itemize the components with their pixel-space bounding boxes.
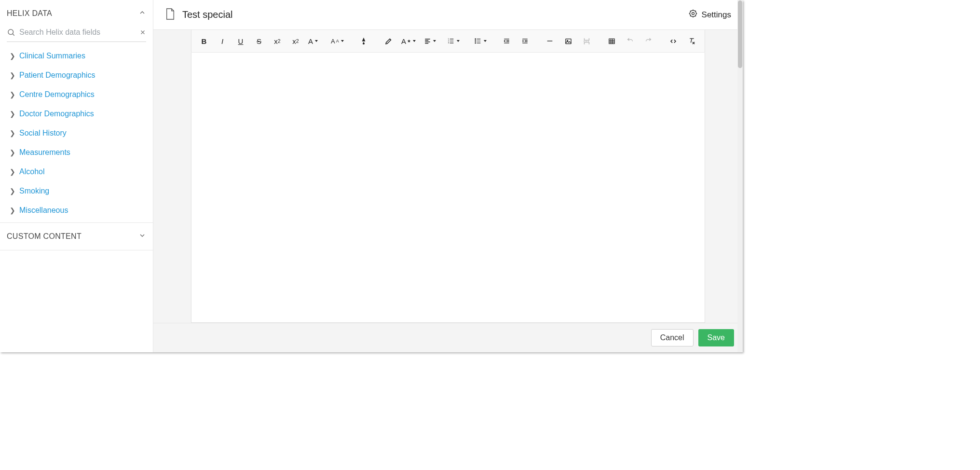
sidebar-item-miscellaneous[interactable]: ❯ Miscellaneous <box>10 206 149 215</box>
chevron-down-icon <box>138 232 146 241</box>
subscript-button[interactable]: x2 <box>269 33 286 49</box>
chevron-right-icon: ❯ <box>10 207 14 214</box>
cancel-button[interactable]: Cancel <box>651 329 694 346</box>
svg-point-0 <box>8 29 14 35</box>
sidebar-item-label: Smoking <box>19 187 49 195</box>
redo-button <box>640 33 657 49</box>
sidebar-item-label: Measurements <box>19 148 70 157</box>
sidebar-item-smoking[interactable]: ❯ Smoking <box>10 187 149 195</box>
chevron-right-icon: ❯ <box>10 168 14 176</box>
styles-button[interactable]: A★ <box>398 33 420 49</box>
bold-button[interactable]: B <box>195 33 213 49</box>
image-button[interactable] <box>559 33 577 49</box>
sidebar-item-measurements[interactable]: ❯ Measurements <box>10 148 149 157</box>
sidebar-item-alcohol[interactable]: ❯ Alcohol <box>10 167 149 176</box>
font-size-button[interactable]: AA <box>328 33 354 49</box>
helix-data-panel-header[interactable]: HELIX DATA <box>0 0 153 25</box>
sidebar-item-label: Miscellaneous <box>19 206 68 215</box>
chevron-up-icon <box>138 9 146 18</box>
sidebar-item-patient-demographics[interactable]: ❯ Patient Demographics <box>10 71 149 80</box>
document-icon <box>165 8 176 22</box>
sidebar-item-label: Patient Demographics <box>19 71 95 80</box>
titlebar: Test special Settings <box>153 0 743 30</box>
ordered-list-button[interactable]: 123 <box>444 33 470 49</box>
page-break-button <box>578 33 595 49</box>
sidebar-item-clinical-summaries[interactable]: ❯ Clinical Summaries <box>10 52 149 60</box>
svg-point-1 <box>690 10 696 16</box>
chevron-right-icon: ❯ <box>10 110 14 118</box>
close-icon[interactable] <box>139 29 146 36</box>
editor-toolbar: B I U S x2 x2 A AA A★ 123 <box>191 30 705 53</box>
chevron-right-icon: ❯ <box>10 52 14 60</box>
unordered-list-button[interactable] <box>471 33 497 49</box>
chevron-right-icon: ❯ <box>10 149 14 156</box>
svg-text:3: 3 <box>448 41 449 44</box>
horizontal-rule-button[interactable] <box>541 33 558 49</box>
title-left: Test special <box>165 8 233 22</box>
sidebar-item-label: Doctor Demographics <box>19 110 94 118</box>
svg-point-6 <box>475 39 476 40</box>
search-input[interactable] <box>19 28 136 37</box>
footer: Cancel Save <box>153 323 743 352</box>
underline-button[interactable]: U <box>232 33 249 49</box>
svg-rect-11 <box>609 39 614 43</box>
custom-content-panel-header[interactable]: CUSTOM CONTENT <box>0 222 153 250</box>
save-button[interactable]: Save <box>698 329 734 346</box>
highlight-button[interactable] <box>380 33 397 49</box>
search-field-wrap <box>7 25 146 42</box>
table-button[interactable] <box>603 33 620 49</box>
editor-wrap: B I U S x2 x2 A AA A★ 123 <box>153 30 743 323</box>
strikethrough-button[interactable]: S <box>250 33 268 49</box>
svg-point-8 <box>475 42 476 43</box>
settings-button[interactable]: Settings <box>688 9 731 21</box>
sidebar-item-label: Social History <box>19 129 67 138</box>
clear-format-button[interactable] <box>683 33 700 49</box>
font-color-button[interactable] <box>355 33 372 49</box>
chevron-right-icon: ❯ <box>10 129 14 137</box>
svg-point-2 <box>692 13 694 15</box>
main-area: Test special Settings B I U S x2 x2 A AA <box>153 0 743 352</box>
settings-label: Settings <box>702 10 731 20</box>
superscript-button[interactable]: x2 <box>287 33 304 49</box>
search-icon <box>7 28 15 37</box>
svg-rect-9 <box>565 39 571 43</box>
sidebar-item-label: Alcohol <box>19 167 44 176</box>
sidebar-item-social-history[interactable]: ❯ Social History <box>10 129 149 138</box>
custom-content-title: CUSTOM CONTENT <box>7 232 82 241</box>
scrollbar-thumb[interactable] <box>738 0 742 68</box>
helix-data-title: HELIX DATA <box>7 9 52 18</box>
chevron-right-icon: ❯ <box>10 71 14 79</box>
indent-button[interactable] <box>516 33 533 49</box>
editor-canvas[interactable] <box>191 53 705 323</box>
sidebar-item-label: Clinical Summaries <box>19 52 85 60</box>
source-button[interactable] <box>665 33 682 49</box>
italic-button[interactable]: I <box>214 33 231 49</box>
category-tree: ❯ Clinical Summaries ❯ Patient Demograph… <box>0 42 153 220</box>
sidebar-item-centre-demographics[interactable]: ❯ Centre Demographics <box>10 90 149 99</box>
sidebar-item-doctor-demographics[interactable]: ❯ Doctor Demographics <box>10 110 149 118</box>
gear-icon <box>688 9 698 21</box>
outdent-button[interactable] <box>498 33 515 49</box>
sidebar-item-label: Centre Demographics <box>19 90 95 99</box>
font-family-button[interactable]: A <box>305 33 327 49</box>
undo-button <box>621 33 639 49</box>
chevron-right-icon: ❯ <box>10 187 14 195</box>
sidebar: HELIX DATA ❯ Clinical Summaries ❯ Patien… <box>0 0 153 352</box>
svg-point-7 <box>475 41 476 41</box>
document-title: Test special <box>182 9 233 20</box>
chevron-right-icon: ❯ <box>10 91 14 98</box>
align-button[interactable] <box>421 33 443 49</box>
